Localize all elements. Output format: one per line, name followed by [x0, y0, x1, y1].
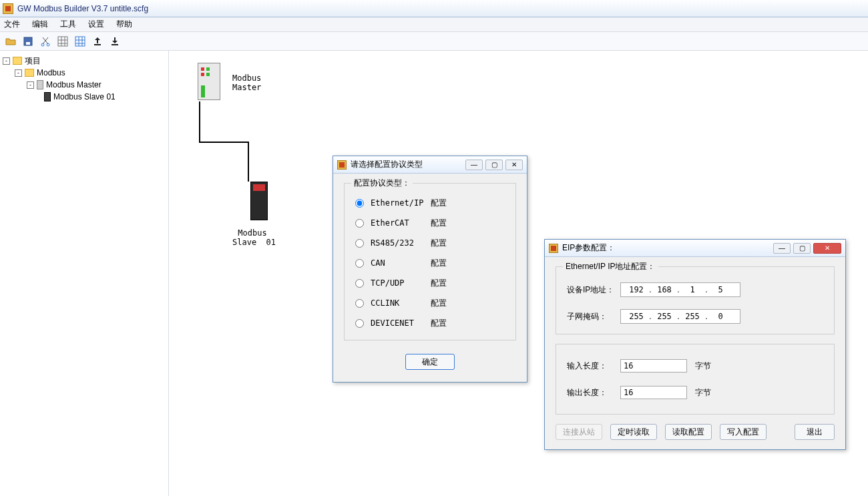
protocol-name: TCP/UDP [371, 278, 424, 288]
ip-oct-3[interactable] [681, 284, 704, 295]
maximize-button[interactable]: ▢ [793, 243, 811, 254]
ip-input[interactable]: . . . [620, 282, 740, 297]
protocol-name: RS485/232 [371, 238, 424, 248]
read-config-button[interactable]: 读取配置 [665, 424, 712, 440]
menu-settings[interactable]: 设置 [88, 19, 104, 30]
protocol-name: DEVICENET [371, 318, 424, 328]
tree-master[interactable]: - Modbus Master [3, 79, 166, 91]
radio-6[interactable] [355, 319, 364, 328]
ip-oct-1[interactable] [625, 284, 648, 295]
protocol-option-cclink[interactable]: CCLINK配置 [355, 293, 505, 313]
menu-file[interactable]: 文件 [4, 19, 20, 30]
protocol-dialog-body: 配置协议类型： Ethernet/IP配置EtherCAT配置RS485/232… [333, 174, 527, 382]
node-master[interactable] [186, 63, 232, 100]
node-master-label: Modbus Master [232, 73, 261, 92]
radio-1[interactable] [355, 219, 364, 228]
protocol-name: CAN [371, 258, 424, 268]
mask-input[interactable]: . . . [620, 309, 740, 324]
mask-oct-2[interactable] [653, 311, 676, 322]
out-len-input[interactable] [620, 386, 687, 399]
eip-dialog-title-bar[interactable]: EIP参数配置： — ▢ ✕ [545, 240, 845, 257]
tree-slave-label: Modbus Slave 01 [53, 92, 116, 101]
grid2-icon[interactable] [73, 35, 87, 48]
protocol-name: Ethernet/IP [371, 198, 424, 208]
close-button[interactable]: ✕ [505, 160, 523, 170]
dialog-icon [549, 244, 558, 253]
cut-icon[interactable] [39, 35, 52, 48]
tree-slave[interactable]: Modbus Slave 01 [3, 91, 166, 103]
svg-rect-7 [112, 44, 118, 45]
write-config-button[interactable]: 写入配置 [720, 424, 767, 440]
protocol-option-ethercat[interactable]: EtherCAT配置 [355, 213, 505, 233]
exit-button[interactable]: 退出 [795, 424, 835, 440]
save-icon[interactable] [21, 35, 35, 48]
upload-icon[interactable] [91, 35, 104, 48]
window-title: GW Modbus Builder V3.7 untitle.scfg [17, 4, 148, 13]
protocol-dialog-title-bar[interactable]: 请选择配置协议类型 — ▢ ✕ [333, 156, 527, 174]
wire-horizontal [199, 142, 249, 143]
protocol-option-rs485-232[interactable]: RS485/232配置 [355, 233, 505, 253]
tree-modbus[interactable]: - Modbus [3, 67, 166, 79]
grid1-icon[interactable] [56, 35, 69, 48]
folder-icon [25, 69, 34, 77]
wire-vertical [199, 101, 200, 142]
mask-oct-3[interactable] [681, 311, 704, 322]
radio-4[interactable] [355, 279, 364, 288]
out-len-row: 输出长度： 字节 [567, 379, 823, 406]
ok-button[interactable]: 确定 [405, 354, 455, 370]
in-len-input[interactable] [620, 359, 687, 373]
connect-button[interactable]: 连接从站 [556, 424, 602, 440]
dialog-icon [337, 160, 347, 170]
open-icon[interactable] [4, 35, 17, 48]
protocol-option-ethernet-ip[interactable]: Ethernet/IP配置 [355, 193, 505, 213]
protocol-option-tcp-udp[interactable]: TCP/UDP配置 [355, 273, 505, 293]
menu-edit[interactable]: 编辑 [32, 19, 48, 30]
collapse-icon[interactable]: - [3, 57, 10, 65]
protocol-suffix: 配置 [431, 298, 447, 309]
timed-read-button[interactable]: 定时读取 [610, 424, 657, 440]
protocol-option-can[interactable]: CAN配置 [355, 253, 505, 273]
protocol-suffix: 配置 [431, 218, 447, 229]
minimize-button[interactable]: — [773, 243, 791, 254]
app-icon [3, 3, 13, 14]
wire-vertical-2 [248, 142, 249, 182]
download-icon[interactable] [108, 35, 122, 48]
radio-2[interactable] [355, 239, 364, 248]
master-device-icon [37, 80, 43, 89]
tree-master-label: Modbus Master [46, 80, 101, 89]
slave-device-icon [44, 92, 51, 101]
minimize-button[interactable]: — [465, 160, 483, 170]
menu-help[interactable]: 帮助 [116, 19, 132, 30]
tool-bar [0, 32, 868, 51]
out-len-label: 输出长度： [567, 387, 620, 399]
mask-oct-1[interactable] [625, 311, 648, 322]
node-slave-label: Modbus Slave 01 [232, 228, 272, 247]
protocol-suffix: 配置 [431, 198, 447, 209]
menu-bar: 文件 编辑 工具 设置 帮助 [0, 17, 868, 32]
tree-root[interactable]: - 项目 [3, 55, 166, 67]
menu-tool[interactable]: 工具 [60, 19, 76, 30]
collapse-icon[interactable]: - [15, 69, 22, 77]
ip-oct-4[interactable] [709, 284, 732, 295]
collapse-icon[interactable]: - [27, 81, 34, 89]
ip-oct-2[interactable] [653, 284, 676, 295]
ip-group-title: Ethernet/IP IP地址配置： [563, 261, 658, 272]
maximize-button[interactable]: ▢ [485, 160, 503, 170]
radio-0[interactable] [355, 199, 364, 208]
radio-5[interactable] [355, 299, 364, 308]
protocol-option-devicenet[interactable]: DEVICENET配置 [355, 313, 505, 333]
protocol-suffix: 配置 [431, 258, 447, 269]
radio-3[interactable] [355, 259, 364, 268]
close-button[interactable]: ✕ [813, 243, 841, 254]
protocol-dialog: 请选择配置协议类型 — ▢ ✕ 配置协议类型： Ethernet/IP配置Eth… [333, 156, 527, 383]
protocol-suffix: 配置 [431, 318, 447, 329]
master-device-graphic [198, 63, 220, 100]
protocol-dialog-title: 请选择配置协议类型 [351, 159, 465, 170]
mask-row: 子网掩码： . . . [567, 303, 823, 330]
eip-dialog-body: Ethernet/IP IP地址配置： 设备IP地址： . . . 子网掩码： … [545, 257, 845, 449]
slave-device-graphic [250, 182, 268, 220]
node-slave[interactable] [236, 182, 282, 220]
ip-label: 设备IP地址： [567, 284, 620, 296]
mask-oct-4[interactable] [709, 311, 732, 322]
protocol-suffix: 配置 [431, 278, 447, 289]
